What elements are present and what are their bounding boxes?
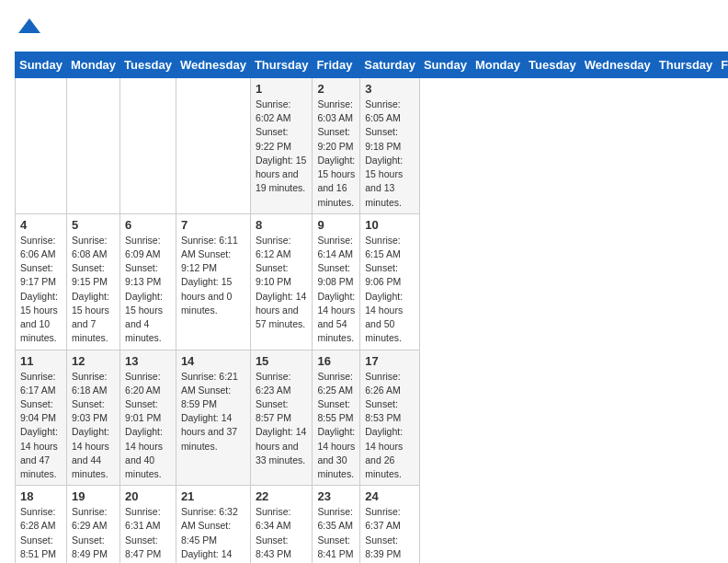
calendar-cell	[66, 78, 119, 214]
weekday-header-wednesday: Wednesday	[580, 52, 654, 78]
calendar-cell: 17Sunrise: 6:26 AM Sunset: 8:53 PM Dayli…	[360, 350, 420, 486]
calendar-week-1: 1Sunrise: 6:02 AM Sunset: 9:22 PM Daylig…	[16, 78, 729, 214]
calendar-cell: 23Sunrise: 6:35 AM Sunset: 8:41 PM Dayli…	[313, 486, 360, 563]
day-number: 5	[72, 218, 115, 232]
logo	[15, 15, 42, 40]
weekday-header-monday: Monday	[471, 52, 524, 78]
day-info: Sunrise: 6:14 AM Sunset: 9:08 PM Dayligh…	[317, 234, 355, 346]
day-info: Sunrise: 6:28 AM Sunset: 8:51 PM Dayligh…	[20, 505, 62, 563]
day-info: Sunrise: 6:34 AM Sunset: 8:43 PM Dayligh…	[256, 505, 308, 563]
day-info: Sunrise: 6:31 AM Sunset: 8:47 PM Dayligh…	[125, 505, 171, 563]
calendar-cell: 6Sunrise: 6:09 AM Sunset: 9:13 PM Daylig…	[120, 213, 176, 350]
calendar-cell: 5Sunrise: 6:08 AM Sunset: 9:15 PM Daylig…	[66, 213, 119, 350]
day-number: 10	[365, 218, 415, 232]
day-number: 21	[181, 489, 245, 503]
day-number: 19	[72, 489, 115, 503]
calendar-week-4: 18Sunrise: 6:28 AM Sunset: 8:51 PM Dayli…	[16, 486, 729, 563]
day-number: 18	[20, 489, 62, 503]
day-number: 24	[365, 489, 415, 503]
calendar-cell: 12Sunrise: 6:18 AM Sunset: 9:03 PM Dayli…	[66, 350, 119, 486]
day-number: 16	[317, 354, 355, 368]
day-info: Sunrise: 6:12 AM Sunset: 9:10 PM Dayligh…	[256, 234, 308, 332]
weekday-header-saturday: Saturday	[360, 52, 420, 78]
day-number: 8	[256, 218, 308, 232]
day-info: Sunrise: 6:17 AM Sunset: 9:04 PM Dayligh…	[20, 370, 62, 482]
day-info: Sunrise: 6:32 AM Sunset: 8:45 PM Dayligh…	[181, 505, 245, 563]
calendar-cell: 20Sunrise: 6:31 AM Sunset: 8:47 PM Dayli…	[120, 486, 176, 563]
calendar-cell: 2Sunrise: 6:03 AM Sunset: 9:20 PM Daylig…	[313, 78, 360, 214]
calendar-week-2: 4Sunrise: 6:06 AM Sunset: 9:17 PM Daylig…	[16, 213, 729, 350]
weekday-header-tuesday: Tuesday	[120, 52, 176, 78]
day-number: 13	[125, 354, 171, 368]
day-info: Sunrise: 6:35 AM Sunset: 8:41 PM Dayligh…	[317, 505, 355, 563]
weekday-header-friday: Friday	[717, 52, 728, 78]
day-number: 3	[365, 82, 415, 96]
weekday-header-thursday: Thursday	[654, 52, 717, 78]
day-info: Sunrise: 6:15 AM Sunset: 9:06 PM Dayligh…	[365, 234, 415, 346]
calendar-cell: 9Sunrise: 6:14 AM Sunset: 9:08 PM Daylig…	[313, 213, 360, 350]
calendar-cell: 24Sunrise: 6:37 AM Sunset: 8:39 PM Dayli…	[360, 486, 420, 563]
calendar-cell: 19Sunrise: 6:29 AM Sunset: 8:49 PM Dayli…	[66, 486, 119, 563]
calendar-cell: 21Sunrise: 6:32 AM Sunset: 8:45 PM Dayli…	[176, 486, 250, 563]
calendar-cell: 16Sunrise: 6:25 AM Sunset: 8:55 PM Dayli…	[313, 350, 360, 486]
calendar-cell: 1Sunrise: 6:02 AM Sunset: 9:22 PM Daylig…	[250, 78, 313, 214]
day-number: 14	[181, 354, 245, 368]
day-info: Sunrise: 6:23 AM Sunset: 8:57 PM Dayligh…	[256, 370, 308, 468]
day-number: 12	[72, 354, 115, 368]
weekday-header-friday: Friday	[313, 52, 360, 78]
weekday-header-wednesday: Wednesday	[176, 52, 250, 78]
calendar-cell: 11Sunrise: 6:17 AM Sunset: 9:04 PM Dayli…	[16, 350, 67, 486]
day-info: Sunrise: 6:29 AM Sunset: 8:49 PM Dayligh…	[72, 505, 115, 563]
calendar-cell: 3Sunrise: 6:05 AM Sunset: 9:18 PM Daylig…	[360, 78, 420, 214]
calendar-cell: 10Sunrise: 6:15 AM Sunset: 9:06 PM Dayli…	[360, 213, 420, 350]
page-header	[15, 15, 713, 40]
day-info: Sunrise: 6:11 AM Sunset: 9:12 PM Dayligh…	[181, 234, 245, 317]
day-number: 7	[181, 218, 245, 232]
weekday-header-thursday: Thursday	[250, 52, 313, 78]
calendar-table: SundayMondayTuesdayWednesdayThursdayFrid…	[15, 52, 728, 563]
day-number: 11	[20, 354, 62, 368]
weekday-header-tuesday: Tuesday	[525, 52, 581, 78]
day-info: Sunrise: 6:37 AM Sunset: 8:39 PM Dayligh…	[365, 505, 415, 563]
day-info: Sunrise: 6:02 AM Sunset: 9:22 PM Dayligh…	[256, 98, 308, 196]
day-number: 9	[317, 218, 355, 232]
calendar-week-3: 11Sunrise: 6:17 AM Sunset: 9:04 PM Dayli…	[16, 350, 729, 486]
day-number: 22	[256, 489, 308, 503]
calendar-cell	[120, 78, 176, 214]
day-info: Sunrise: 6:03 AM Sunset: 9:20 PM Dayligh…	[317, 98, 355, 210]
day-number: 2	[317, 82, 355, 96]
day-info: Sunrise: 6:21 AM Sunset: 8:59 PM Dayligh…	[181, 370, 245, 454]
day-info: Sunrise: 6:18 AM Sunset: 9:03 PM Dayligh…	[72, 370, 115, 482]
calendar-cell: 15Sunrise: 6:23 AM Sunset: 8:57 PM Dayli…	[250, 350, 313, 486]
day-number: 6	[125, 218, 171, 232]
calendar-cell: 22Sunrise: 6:34 AM Sunset: 8:43 PM Dayli…	[250, 486, 313, 563]
day-number: 23	[317, 489, 355, 503]
day-number: 20	[125, 489, 171, 503]
svg-marker-0	[18, 18, 40, 33]
day-info: Sunrise: 6:06 AM Sunset: 9:17 PM Dayligh…	[20, 234, 62, 346]
calendar-cell: 18Sunrise: 6:28 AM Sunset: 8:51 PM Dayli…	[16, 486, 67, 563]
calendar-cell: 13Sunrise: 6:20 AM Sunset: 9:01 PM Dayli…	[120, 350, 176, 486]
day-number: 15	[256, 354, 308, 368]
calendar-header-row: SundayMondayTuesdayWednesdayThursdayFrid…	[16, 52, 729, 78]
day-info: Sunrise: 6:26 AM Sunset: 8:53 PM Dayligh…	[365, 370, 415, 482]
calendar-cell	[16, 78, 67, 214]
logo-icon	[17, 15, 42, 40]
calendar-cell	[176, 78, 250, 214]
day-info: Sunrise: 6:08 AM Sunset: 9:15 PM Dayligh…	[72, 234, 115, 346]
day-number: 1	[256, 82, 308, 96]
weekday-header-monday: Monday	[66, 52, 119, 78]
day-info: Sunrise: 6:05 AM Sunset: 9:18 PM Dayligh…	[365, 98, 415, 210]
calendar-cell: 7Sunrise: 6:11 AM Sunset: 9:12 PM Daylig…	[176, 213, 250, 350]
day-info: Sunrise: 6:09 AM Sunset: 9:13 PM Dayligh…	[125, 234, 171, 346]
day-number: 17	[365, 354, 415, 368]
weekday-header-sunday: Sunday	[419, 52, 471, 78]
day-number: 4	[20, 218, 62, 232]
calendar-cell: 8Sunrise: 6:12 AM Sunset: 9:10 PM Daylig…	[250, 213, 313, 350]
day-info: Sunrise: 6:25 AM Sunset: 8:55 PM Dayligh…	[317, 370, 355, 482]
calendar-cell: 14Sunrise: 6:21 AM Sunset: 8:59 PM Dayli…	[176, 350, 250, 486]
calendar-cell: 4Sunrise: 6:06 AM Sunset: 9:17 PM Daylig…	[16, 213, 67, 350]
day-info: Sunrise: 6:20 AM Sunset: 9:01 PM Dayligh…	[125, 370, 171, 482]
weekday-header-sunday: Sunday	[16, 52, 67, 78]
